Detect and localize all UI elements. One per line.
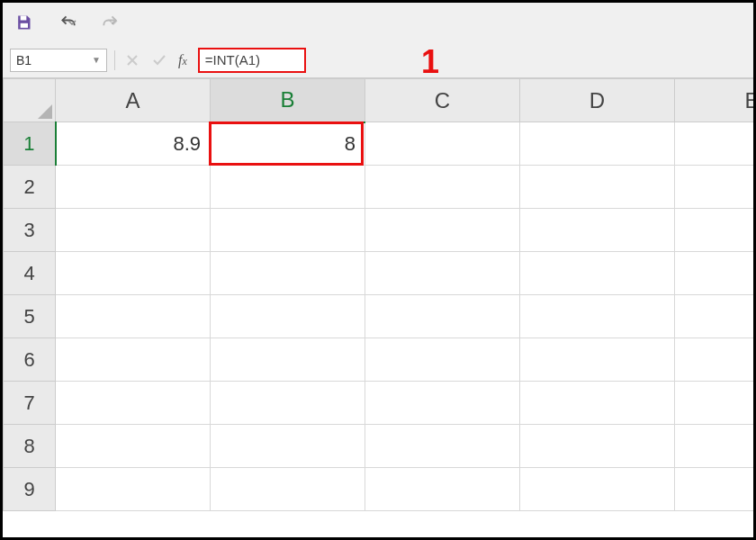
undo-dropdown-caret[interactable]	[68, 18, 76, 27]
cell-B8[interactable]	[211, 425, 365, 468]
divider	[114, 50, 115, 70]
cell-B7[interactable]	[211, 382, 365, 425]
confirm-formula-button[interactable]	[149, 50, 169, 70]
formula-input[interactable]: =INT(A1)	[198, 48, 306, 73]
cell-A1[interactable]: 8.9	[56, 122, 211, 166]
x-icon	[125, 53, 140, 68]
cell-B5[interactable]	[211, 295, 365, 338]
col-header-A[interactable]: A	[56, 79, 211, 122]
cell-A3[interactable]	[56, 209, 211, 252]
row-header-1[interactable]: 1	[4, 122, 56, 166]
cell-A5[interactable]	[56, 295, 211, 338]
cell-C6[interactable]	[365, 338, 520, 382]
formula-bar: B1 ▼ fx =INT(A1)	[3, 42, 753, 78]
cell-E3[interactable]	[675, 209, 757, 252]
quick-access-toolbar	[3, 3, 753, 42]
cell-D5[interactable]	[520, 295, 675, 338]
cell-B6[interactable]	[211, 338, 365, 382]
cell-B1[interactable]: 8	[211, 122, 365, 166]
cell-C4[interactable]	[365, 252, 520, 295]
row-header-6[interactable]: 6	[4, 338, 56, 382]
cell-C2[interactable]	[365, 166, 520, 209]
cell-B9[interactable]	[211, 468, 365, 511]
cell-A4[interactable]	[56, 252, 211, 295]
save-icon	[14, 14, 32, 32]
cell-E5[interactable]	[675, 295, 757, 338]
cell-A9[interactable]	[56, 468, 211, 511]
formula-text: =INT(A1)	[205, 52, 260, 68]
name-box[interactable]: B1 ▼	[10, 49, 107, 72]
cell-D9[interactable]	[520, 468, 675, 511]
cell-C8[interactable]	[365, 425, 520, 468]
cell-D8[interactable]	[520, 425, 675, 468]
cell-D1[interactable]	[520, 122, 675, 166]
row-header-8[interactable]: 8	[4, 425, 56, 468]
cell-E7[interactable]	[675, 382, 757, 425]
cell-A7[interactable]	[56, 382, 211, 425]
cell-E1[interactable]	[675, 122, 757, 166]
cell-C7[interactable]	[365, 382, 520, 425]
row-header-4[interactable]: 4	[4, 252, 56, 295]
row-header-2[interactable]: 2	[4, 166, 56, 209]
cell-C1[interactable]	[365, 122, 520, 166]
cell-A2[interactable]	[56, 166, 211, 209]
cell-B2[interactable]	[211, 166, 365, 209]
cell-D7[interactable]	[520, 382, 675, 425]
cell-C9[interactable]	[365, 468, 520, 511]
cell-D3[interactable]	[520, 209, 675, 252]
cell-A6[interactable]	[56, 338, 211, 382]
cell-E2[interactable]	[675, 166, 757, 209]
cell-B3[interactable]	[211, 209, 365, 252]
cell-C3[interactable]	[365, 209, 520, 252]
row-header-3[interactable]: 3	[4, 209, 56, 252]
col-header-C[interactable]: C	[365, 79, 520, 122]
name-box-value: B1	[16, 53, 32, 68]
redo-dropdown-caret[interactable]	[109, 18, 118, 27]
cell-A8[interactable]	[56, 425, 211, 468]
cell-E6[interactable]	[675, 338, 757, 382]
cell-D6[interactable]	[520, 338, 675, 382]
spreadsheet: A B C D E 1 8.9 8 2 3 4 5 6 7 8 9	[3, 78, 753, 511]
svg-rect-1	[21, 23, 28, 28]
cell-D2[interactable]	[520, 166, 675, 209]
col-header-D[interactable]: D	[520, 79, 675, 122]
name-box-caret-icon: ▼	[92, 55, 101, 65]
col-header-E[interactable]: E	[675, 79, 757, 122]
row-header-7[interactable]: 7	[4, 382, 56, 425]
row-header-5[interactable]: 5	[4, 295, 56, 338]
grid: A B C D E 1 8.9 8 2 3 4 5 6 7 8 9	[3, 78, 756, 511]
cell-C5[interactable]	[365, 295, 520, 338]
save-button[interactable]	[12, 11, 35, 34]
check-icon	[152, 53, 166, 68]
fx-icon[interactable]: fx	[178, 52, 187, 68]
cell-E8[interactable]	[675, 425, 757, 468]
cell-B4[interactable]	[211, 252, 365, 295]
select-all-corner[interactable]	[4, 79, 56, 122]
cell-E4[interactable]	[675, 252, 757, 295]
col-header-B[interactable]: B	[211, 79, 365, 122]
svg-rect-0	[21, 16, 27, 21]
cell-E9[interactable]	[675, 468, 757, 511]
row-header-9[interactable]: 9	[4, 468, 56, 511]
cancel-formula-button[interactable]	[122, 50, 142, 70]
cell-D4[interactable]	[520, 252, 675, 295]
